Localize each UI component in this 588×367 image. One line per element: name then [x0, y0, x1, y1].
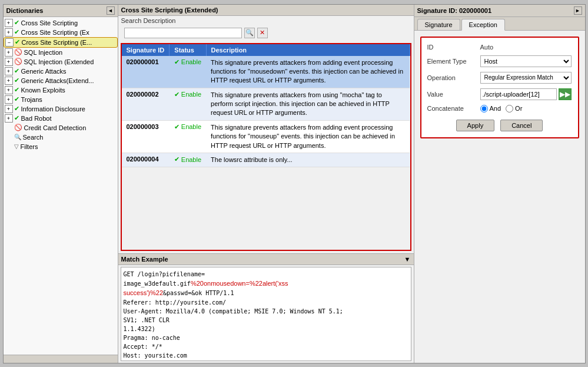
tree-label-information-disclosure: Information Disclosure: [21, 105, 85, 113]
expand-btn-cross-site-scripting-ex[interactable]: +: [5, 28, 13, 37]
value-input[interactable]: [480, 88, 557, 100]
radio-and-label[interactable]: And: [480, 105, 501, 113]
radio-or-label[interactable]: Or: [506, 105, 522, 113]
right-panel-title: Signature ID: 020000001: [417, 7, 492, 14]
tree-item-filters[interactable]: ▽ Filters: [4, 142, 118, 151]
tree-item-generic-attacks-extended[interactable]: + ✔ Generic Attacks(Extend...: [4, 76, 118, 85]
tree-item-sql-injection-extended[interactable]: + 🚫 SQL Injection (Extended: [4, 57, 118, 67]
tree-label-known-exploits: Known Exploits: [21, 87, 65, 94]
sig-status-cell: ✔ Enable: [170, 153, 206, 167]
app-container: Dictionaries ◄ + ✔ Cross Site Scripting …: [3, 4, 586, 363]
tree-item-cross-site-scripting[interactable]: + ✔ Cross Site Scripting: [4, 18, 118, 28]
tree-label-cross-site-scripting-ex: Cross Site Scripting (Ex: [21, 29, 89, 36]
value-go-btn[interactable]: ▶▶: [559, 88, 572, 100]
sig-status-cell: ✔ Enable: [170, 88, 206, 120]
tree-label-filters: Filters: [21, 143, 38, 150]
check-icon-known-exploits: ✔: [14, 86, 19, 94]
expand-btn-cross-site-scripting[interactable]: +: [5, 19, 13, 27]
radio-or[interactable]: [506, 105, 513, 113]
left-panel-scrollbar[interactable]: [4, 355, 118, 363]
tree-container: + ✔ Cross Site Scripting + ✔ Cross Site …: [4, 17, 118, 355]
filter-icon: ▽: [14, 143, 19, 150]
left-panel-title: Dictionaries: [6, 7, 44, 14]
tree-item-sql-injection[interactable]: + 🚫 SQL Injection: [4, 48, 118, 57]
search-clear-btn[interactable]: ✕: [257, 28, 268, 38]
id-label: ID: [427, 44, 477, 51]
tree-item-known-exploits[interactable]: + ✔ Known Exploits: [4, 85, 118, 95]
form-buttons: Apply Cancel: [427, 120, 572, 131]
form-row-concatenate: Concatenate And Or: [427, 105, 572, 113]
sig-desc-cell: This signature prevents attackers from u…: [206, 88, 410, 120]
tree-item-information-disclosure[interactable]: + ✔ Information Disclosure: [4, 104, 118, 114]
sig-status-cell: ✔ Enable: [170, 120, 206, 153]
tree-label-bad-robot: Bad Robot: [21, 115, 52, 122]
tree-item-credit-card-detection[interactable]: 🚫 Credit Card Detection: [4, 123, 118, 133]
match-example-content: GET /login?picfilename= image_w3default.…: [121, 267, 411, 361]
tree-item-trojans[interactable]: + ✔ Trojans: [4, 95, 118, 104]
check-icon-cross-site-scripting: ✔: [14, 19, 19, 27]
signatures-table-wrapper: Signature ID Status Description 02000000…: [121, 43, 411, 251]
expand-btn-generic-attacks-extended[interactable]: +: [5, 77, 13, 85]
expand-btn-bad-robot[interactable]: +: [5, 114, 13, 123]
match-example-collapse-btn[interactable]: ▼: [404, 256, 411, 263]
left-panel: Dictionaries ◄ + ✔ Cross Site Scripting …: [4, 5, 118, 363]
tree-label-generic-attacks-extended: Generic Attacks(Extend...: [21, 77, 94, 84]
value-label: Value: [427, 91, 477, 98]
form-row-value: Value ▶▶: [427, 88, 572, 100]
table-row[interactable]: 020000001✔ EnableThis signature prevents…: [122, 56, 410, 88]
expand-right-btn[interactable]: ►: [574, 6, 582, 15]
concatenate-label: Concatenate: [427, 105, 477, 112]
form-row-id: ID Auto: [427, 44, 572, 51]
center-top-header: Cross Site Scripting (Extended): [118, 5, 414, 16]
exception-form-box: ID Auto Element Type Host URL Body Heade…: [420, 37, 579, 138]
form-row-element-type: Element Type Host URL Body Header Cookie: [427, 55, 572, 67]
expand-btn-trojans[interactable]: +: [5, 95, 13, 104]
check-status-icon: ✔: [174, 91, 180, 98]
expand-btn-cross-site-scripting-ext[interactable]: −: [5, 38, 14, 47]
search-input[interactable]: [124, 28, 242, 38]
tree-label-trojans: Trojans: [21, 96, 42, 103]
sig-status-cell: ✔ Enable: [170, 56, 206, 88]
expand-btn-information-disclosure[interactable]: +: [5, 105, 13, 113]
tree-label-search: Search: [23, 134, 44, 141]
sig-desc-cell: This signature prevents attackers from a…: [206, 56, 410, 88]
expand-btn-generic-attacks[interactable]: +: [5, 67, 13, 75]
tree-item-cross-site-scripting-ex[interactable]: + ✔ Cross Site Scripting (Ex: [4, 28, 118, 37]
left-panel-header-btns: ◄: [107, 6, 115, 15]
element-type-select[interactable]: Host URL Body Header Cookie: [480, 55, 572, 67]
table-row[interactable]: 020000002✔ EnableThis signature prevents…: [122, 88, 410, 120]
search-label: Search Description: [121, 17, 411, 24]
search-execute-btn[interactable]: 🔍: [244, 28, 255, 38]
check-icon-information-disclosure: ✔: [14, 105, 19, 113]
check-icon-generic-attacks: ✔: [14, 67, 19, 75]
tree-item-cross-site-scripting-ext[interactable]: − ✔ Cross Site Scripting (E...: [4, 37, 118, 48]
expand-btn-sql-injection[interactable]: +: [5, 48, 13, 57]
collapse-left-btn[interactable]: ◄: [107, 6, 115, 15]
cross-icon-sql-injection: 🚫: [14, 48, 22, 56]
right-panel: Signature ID: 020000001 ► Signature Exce…: [414, 5, 585, 363]
tree-label-generic-attacks: Generic Attacks: [21, 68, 67, 75]
radio-and-text: And: [490, 105, 501, 112]
operation-label: Operation: [427, 74, 477, 81]
tree-label-sql-injection: SQL Injection: [24, 49, 63, 56]
operation-select[interactable]: Regular Expression Match Exact Match Con…: [480, 72, 572, 84]
tree-item-generic-attacks[interactable]: + ✔ Generic Attacks: [4, 67, 118, 76]
check-status-icon: ✔: [174, 156, 180, 163]
concatenate-radio-group: And Or: [480, 105, 523, 113]
radio-and[interactable]: [480, 105, 488, 113]
radio-or-text: Or: [515, 105, 522, 112]
tab-exception[interactable]: Exception: [461, 19, 505, 31]
check-icon-generic-attacks-extended: ✔: [14, 77, 19, 84]
tree-label-cross-site-scripting: Cross Site Scripting: [21, 19, 78, 27]
cancel-button[interactable]: Cancel: [500, 120, 543, 131]
table-row[interactable]: 020000004✔ EnableThe lowsrc attribute is…: [122, 153, 410, 167]
tab-signature[interactable]: Signature: [417, 19, 460, 30]
center-top: Cross Site Scripting (Extended) Search D…: [118, 5, 414, 254]
tree-item-bad-robot[interactable]: + ✔ Bad Robot: [4, 114, 118, 123]
expand-btn-known-exploits[interactable]: +: [5, 86, 13, 94]
apply-button[interactable]: Apply: [456, 120, 495, 131]
tree-item-search[interactable]: 🔍 Search: [4, 133, 118, 142]
table-row[interactable]: 020000003✔ EnableThis signature prevents…: [122, 120, 410, 153]
expand-btn-sql-injection-extended[interactable]: +: [5, 58, 13, 66]
id-value: Auto: [480, 44, 494, 51]
